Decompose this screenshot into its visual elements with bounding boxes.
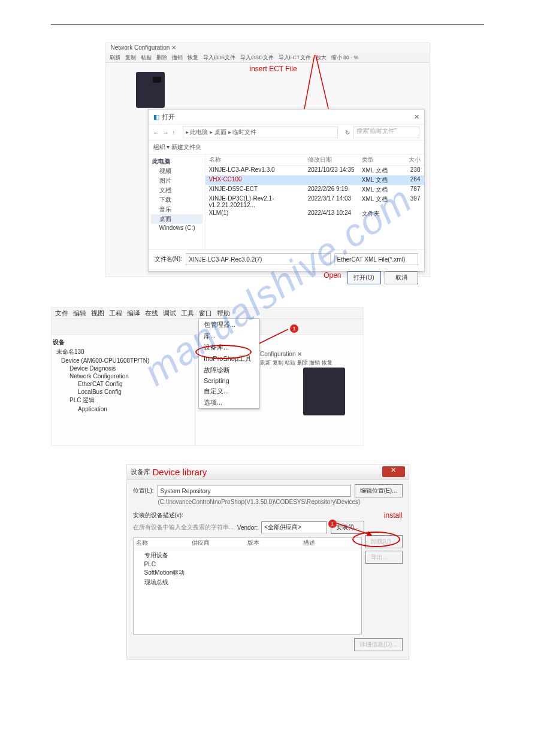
file-row[interactable]: XINJE-DS5C-ECT2022/2/26 9:19XML 文档787 bbox=[205, 185, 424, 195]
figure-3: 设备库 Device library ✕ 位置(L): System Repos… bbox=[126, 464, 409, 660]
nav-desktop[interactable]: 桌面 bbox=[151, 214, 202, 224]
menu-help[interactable]: 帮助 bbox=[217, 309, 230, 318]
annotation-insert-ect: insert ECT File bbox=[250, 65, 297, 73]
app-icon: ◧ bbox=[153, 113, 159, 121]
nav-up[interactable]: ↑ bbox=[173, 129, 176, 136]
figure-1: Network Configuration ✕ 刷新 复制 粘贴 删除 撤销 恢… bbox=[105, 42, 430, 277]
tb-copy[interactable]: 复制 bbox=[124, 54, 137, 62]
nav-pictures[interactable]: 图片 bbox=[151, 176, 202, 186]
annotation-install: install bbox=[384, 511, 403, 520]
file-row[interactable]: XINJE-LC3-AP-Rev1.3.02021/10/23 14:35XML… bbox=[205, 166, 424, 175]
refresh-icon[interactable]: ↻ bbox=[345, 129, 350, 136]
annotation-device-library: Device library bbox=[153, 467, 207, 477]
tb-redo[interactable]: 恢复 bbox=[186, 54, 200, 62]
nav-music[interactable]: 音乐 bbox=[151, 205, 202, 214]
tree-softmotion[interactable]: SoftMotion驱动 bbox=[136, 568, 359, 578]
menu-scripting[interactable]: Scripting bbox=[199, 376, 259, 385]
tb-zoom-out[interactable]: 缩小 80 · % bbox=[330, 54, 360, 62]
menu-package-manager[interactable]: 包管理器... bbox=[199, 319, 259, 330]
file-row[interactable]: XINJE-DP3C(L)-Rev2.1-v1.2.21.202112...20… bbox=[205, 195, 424, 209]
nav-forward[interactable]: → bbox=[163, 129, 169, 136]
tb-refresh[interactable]: 刷新 bbox=[108, 54, 122, 62]
col-version[interactable]: 版本 bbox=[247, 539, 303, 547]
filename-input[interactable]: XINJE-LC3-AP-Rec3.0.2(7) bbox=[186, 253, 330, 265]
menu-debug[interactable]: 调试 bbox=[163, 309, 176, 318]
menu-options[interactable]: 选项... bbox=[199, 397, 259, 408]
menu-fault-diag[interactable]: 故障诊断 bbox=[199, 365, 259, 376]
open-button[interactable]: 打开(O) bbox=[347, 271, 381, 284]
tb-delete[interactable]: 删除 bbox=[155, 54, 168, 62]
export-button: 导出... bbox=[365, 551, 403, 564]
file-row-selected[interactable]: VHX-CC100XML 文档264 bbox=[205, 175, 424, 185]
tb-import-eds[interactable]: 导入EDS文件 bbox=[202, 54, 237, 62]
highlight-oval-install bbox=[352, 532, 400, 547]
nav-video[interactable]: 视频 bbox=[151, 166, 202, 176]
dialog-toolbar[interactable]: 组织 ▾ 新建文件夹 bbox=[149, 141, 424, 154]
highlight-oval bbox=[195, 345, 252, 359]
plc-device-icon bbox=[303, 368, 345, 415]
menu-online[interactable]: 在线 bbox=[145, 309, 158, 318]
search-hint[interactable]: 在所有设备中输入全文搜索的字符串... bbox=[133, 523, 234, 532]
tree-plc-logic[interactable]: PLC 逻辑 bbox=[53, 396, 194, 405]
location-select[interactable]: System Repository bbox=[158, 485, 351, 497]
col-desc[interactable]: 描述 bbox=[303, 539, 359, 547]
close-button[interactable]: ✕ bbox=[382, 466, 405, 477]
tree-device[interactable]: Device (AM600-CPU1608TP/TN) bbox=[53, 357, 194, 365]
menu-view[interactable]: 视图 bbox=[91, 309, 104, 318]
nav-tree[interactable]: 此电脑 视频 图片 文档 下载 音乐 桌面 Windows (C:) bbox=[149, 154, 205, 249]
menu-project[interactable]: 工程 bbox=[109, 309, 122, 318]
menu-customize[interactable]: 自定义... bbox=[199, 385, 259, 397]
menu-edit[interactable]: 编辑 bbox=[73, 309, 86, 318]
tree-application[interactable]: Application bbox=[53, 405, 194, 413]
file-row[interactable]: XLM(1)2022/4/13 10:24文件夹 bbox=[205, 209, 424, 218]
tree-fieldbus[interactable]: 现场总线 bbox=[136, 578, 359, 587]
col-size[interactable]: 大小 bbox=[402, 156, 420, 164]
menu-compile[interactable]: 编译 bbox=[127, 309, 140, 318]
details-button: 详细信息(D)... bbox=[354, 638, 402, 651]
cancel-button[interactable]: 取消 bbox=[385, 271, 418, 284]
dialog-title: 打开 bbox=[162, 113, 175, 122]
close-icon[interactable]: ✕ bbox=[414, 113, 419, 121]
tree-localbus[interactable]: LocalBus Config bbox=[53, 388, 194, 396]
col-type[interactable]: 类型 bbox=[362, 156, 403, 164]
tree-plc[interactable]: PLC bbox=[136, 560, 359, 568]
tab-configuration[interactable]: Configuration ✕ bbox=[260, 351, 302, 357]
nav-downloads[interactable]: 下载 bbox=[151, 195, 202, 205]
tree-network-config[interactable]: Network Configuration bbox=[53, 372, 194, 380]
tab-network-config[interactable]: Network Configuration ✕ bbox=[111, 44, 177, 51]
tb-import-ect[interactable]: 导入ECT文件 bbox=[277, 54, 312, 62]
menubar: 文件 编辑 视图 工程 编译 在线 调试 工具 窗口 帮助 bbox=[52, 308, 363, 319]
menu-tools[interactable]: 工具 bbox=[181, 309, 194, 318]
tree-special-device[interactable]: 专用设备 bbox=[136, 551, 359, 560]
tb-paste[interactable]: 粘贴 bbox=[140, 54, 153, 62]
tb-zoom-in[interactable]: 放大 bbox=[315, 54, 328, 62]
breadcrumb[interactable]: ▸ 此电脑 ▸ 桌面 ▸ 临时文件 bbox=[183, 126, 338, 138]
tb-undo[interactable]: 撤销 bbox=[171, 54, 184, 62]
edit-location-button[interactable]: 编辑位置(E)... bbox=[355, 484, 403, 497]
search-input[interactable]: 搜索"临时文件" bbox=[353, 126, 419, 138]
nav-c-drive[interactable]: Windows (C:) bbox=[151, 224, 202, 232]
vendor-select[interactable]: <全部供应商> bbox=[261, 521, 327, 533]
badge-1: 1 bbox=[328, 520, 337, 528]
filename-label: 文件名(N): bbox=[155, 255, 183, 263]
tb-import-gsd[interactable]: 导入GSD文件 bbox=[239, 54, 275, 62]
nav-back[interactable]: ← bbox=[153, 129, 159, 136]
col-vendor[interactable]: 供应商 bbox=[192, 539, 247, 547]
menu-file[interactable]: 文件 bbox=[55, 309, 68, 318]
menu-window[interactable]: 窗口 bbox=[199, 309, 212, 318]
col-name[interactable]: 名称 bbox=[136, 539, 192, 547]
location-label: 位置(L): bbox=[133, 487, 154, 495]
menu-library[interactable]: 库... bbox=[199, 330, 259, 342]
tree-diagnosis[interactable]: Device Diagnosis bbox=[53, 365, 194, 372]
nav-documents[interactable]: 文档 bbox=[151, 186, 202, 195]
filetype-select[interactable]: EtherCAT XML File(*.xml) bbox=[334, 253, 418, 265]
tree-root[interactable]: 未命名130 bbox=[53, 347, 194, 357]
vendor-label: Vendor: bbox=[237, 524, 258, 531]
nav-pc[interactable]: 此电脑 bbox=[151, 157, 202, 166]
tree-ethercat[interactable]: EtherCAT Config bbox=[53, 380, 194, 388]
config-toolbar[interactable]: 刷新 复制 粘贴 删除 撤销 恢复 bbox=[260, 359, 333, 367]
col-date[interactable]: 修改日期 bbox=[308, 156, 362, 164]
annotation-open: Open bbox=[324, 271, 341, 284]
col-name[interactable]: 名称 bbox=[209, 156, 308, 164]
device-tree[interactable]: 设备 未命名130 Device (AM600-CPU1608TP/TN) De… bbox=[52, 335, 195, 447]
